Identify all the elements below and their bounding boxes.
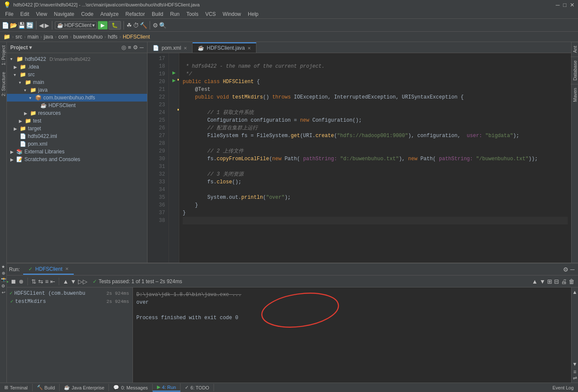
fav-icon4[interactable]: ⚙ [1,284,5,288]
tree-item-ext-libs[interactable]: ▶ 📚 External Libraries [7,148,147,156]
minimize-panel-icon[interactable]: ─ [140,44,144,51]
tree-item-target[interactable]: ▶ 📁 target [7,125,147,132]
panel-btn[interactable]: ⊞ [547,278,552,285]
bc-main[interactable]: main [27,34,39,40]
bc-hdfs[interactable]: hdfs [108,34,117,40]
tree-item-package[interactable]: ▾ 📦 com.buwenbuhuo.hdfs [7,94,147,102]
tree-item-idea[interactable]: ▶ 📁 .idea [7,63,147,71]
fav-icon2[interactable]: ⊕ [2,271,5,275]
toolbar-open-icon[interactable]: 📂 [10,22,17,29]
scroll-icon[interactable]: ≡ [128,44,131,51]
tree-item-main[interactable]: ▾ 📁 main [7,78,147,86]
menu-run[interactable]: Run [167,10,183,18]
bc-src[interactable]: src [15,34,22,40]
settings-icon[interactable]: ⚙ [133,44,138,51]
toolbar-forward-icon[interactable]: ▶ [45,22,49,29]
stop-btn[interactable]: ⏹ [10,278,16,285]
import-btn[interactable]: ⇤ [50,278,55,285]
menu-code[interactable]: Code [78,10,97,18]
menu-tools[interactable]: Tools [183,10,202,18]
menu-build[interactable]: Build [148,10,167,18]
print-btn[interactable]: 🖨 [561,278,567,285]
toolbar-new-icon[interactable]: 📄 [2,22,9,29]
tab-pom-close[interactable]: ✕ [184,46,187,51]
scroll-down-icon[interactable]: ▼ [572,361,578,367]
toolbar-settings-icon[interactable]: ⚙ [153,22,158,29]
tree-item-iml[interactable]: 📄 hdfs0422.iml [7,132,147,140]
tab-hdfsclient-java[interactable]: ☕ HDFSClient.java ✕ [193,42,256,53]
tree-item-scratches[interactable]: ▶ 📝 Scratches and Consoles [7,156,147,163]
tab-todo[interactable]: ✓ 6: TODO [181,384,214,391]
debug-button[interactable]: 🐛 [108,21,121,30]
locate-icon[interactable]: ◎ [121,44,126,51]
run-config-selector[interactable]: ☕ HDFSClient ▾ [55,21,97,29]
tree-item-hdfs0422[interactable]: ▾ 📁 hdfs0422 D:\maven\hdfs0422 [7,55,147,63]
menu-file[interactable]: File [2,10,17,18]
right-tab-maven[interactable]: Maven [571,84,578,105]
tab-messages[interactable]: 💬 0: Messages [109,384,152,391]
toolbar-back-icon[interactable]: ◀ [39,22,44,29]
tab-pom-xml[interactable]: 📄 pom.xml ✕ [148,43,193,53]
down-btn[interactable]: ▼ [70,278,76,285]
next-fail-btn[interactable]: ▷▷ [78,278,87,285]
maximize-btn[interactable]: □ [563,2,566,8]
toolbar-profile-icon[interactable]: ⏱ [133,22,139,29]
sort-dur-btn[interactable]: ⇆ [38,278,43,285]
fav-icon5[interactable]: ↩ [2,290,5,295]
tab-event-log[interactable]: Event Log [548,384,578,391]
code-editor[interactable]: * hdfs0422 - the name of the current pro… [179,53,571,263]
tree-item-resources[interactable]: ▶ 📁 resources [7,109,147,117]
up-btn[interactable]: ▲ [63,278,69,285]
tree-item-hdfsclient[interactable]: ☕ HDFSClient [7,102,147,109]
menu-edit[interactable]: Edit [17,10,33,18]
minimize-icon[interactable]: ─ [570,266,575,273]
stop-all-btn[interactable]: ⏺ [18,278,24,285]
run-button[interactable]: ▶ [98,21,108,30]
tree-item-pom[interactable]: 📄 pom.xml [7,140,147,148]
settings-icon[interactable]: ⚙ [563,266,569,273]
scroll-up-icon[interactable]: ▲ [572,289,578,295]
tab-terminal[interactable]: ⊞ Terminal [0,384,33,391]
sidebar-structure-label[interactable]: 2: Structure [0,70,7,98]
run-tab-close[interactable]: ✕ [65,266,69,271]
bc-hdfsclient[interactable]: HDFSClient [123,34,150,40]
toolbar-sync-icon[interactable]: 🔄 [26,22,33,29]
toolbar-coverage-icon[interactable]: ☘ [126,22,132,29]
scroll-up-btn[interactable]: ▲ [532,278,538,285]
menu-vcs[interactable]: VCS [202,10,220,18]
toolbar-build-icon[interactable]: 🔨 [140,22,147,29]
delete-btn[interactable]: 🗑 [569,278,575,285]
bc-buwenbuhuo[interactable]: buwenbuhuo [73,34,103,40]
bc-java[interactable]: java [44,34,53,40]
panel-list-icon[interactable]: ≡ [573,369,576,375]
minimize-btn[interactable]: ─ [556,2,560,8]
test-item-testmkdirs[interactable]: ✓ testMkdirs 2s 924ms [0,297,132,305]
right-tab-ant[interactable]: Ant [571,42,578,57]
filter-btn[interactable]: ⊟ [554,278,559,285]
menu-navigate[interactable]: Navigate [51,10,78,18]
align-btn[interactable]: ≡ [45,278,48,285]
fav-icon1[interactable]: ★ [1,264,5,269]
toolbar-save-icon[interactable]: 💾 [18,22,25,29]
scroll-down-btn[interactable]: ▼ [539,278,545,285]
menu-view[interactable]: View [33,10,51,18]
wrap-icon[interactable]: ⇌ [573,375,577,381]
toolbar-search-icon[interactable]: 🔍 [159,22,166,29]
tree-item-java[interactable]: ▾ 📁 java [7,86,147,94]
close-btn[interactable]: ✕ [570,2,575,8]
fav-icon3[interactable]: 📸 [1,277,6,282]
tab-hdfsclient-close[interactable]: ✕ [247,46,251,51]
tree-item-src[interactable]: ▾ 📁 src [7,71,147,78]
tree-item-test[interactable]: ▶ 📁 test [7,117,147,125]
bc-com[interactable]: com [58,34,68,40]
run-hdfsclient-tab[interactable]: ✓ HDFSClient ✕ [23,264,73,275]
tab-java-enterprise[interactable]: ☕ Java Enterprise [60,384,109,391]
sidebar-project-label[interactable]: 1: Project [0,44,7,67]
tab-build[interactable]: 🔨 Build [33,384,60,391]
menu-help[interactable]: Help [244,10,262,18]
menu-refactor[interactable]: Refactor [122,10,148,18]
sort-alpha-btn[interactable]: ⇅ [31,278,36,285]
bc-hdfs0422[interactable]: 📁 [3,33,10,40]
menu-analyze[interactable]: Analyze [97,10,122,18]
tab-run[interactable]: ▶ 4: Run [153,383,181,392]
